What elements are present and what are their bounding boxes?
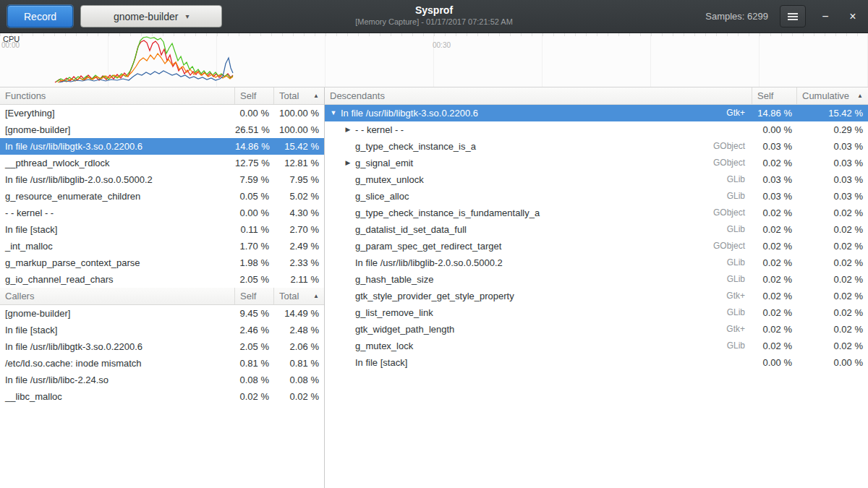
tree-row[interactable]: g_mutex_lockGLib0.02 %0.02 % (325, 338, 868, 354)
expander-closed-icon[interactable]: ▶ (342, 121, 354, 138)
tree-row[interactable]: g_mutex_unlockGLib0.03 %0.03 % (325, 171, 868, 188)
table-row[interactable]: In file [stack]0.11 %2.70 % (0, 221, 324, 238)
self-cell: 14.86 % (752, 105, 797, 121)
table-row[interactable]: In file /usr/lib/libgtk-3.so.0.2200.614.… (0, 138, 324, 155)
callers-column-header[interactable]: Callers (0, 288, 235, 304)
total-column-header[interactable]: Total ▲ (274, 288, 324, 304)
library-tag: GObject (713, 138, 752, 155)
total-cell: 0.08 % (274, 372, 324, 388)
cumulative-cell: 0.02 % (797, 288, 868, 304)
function-name-cell: In file /usr/lib/libglib-2.0.so.0.5000.2 (354, 254, 727, 271)
self-cell: 0.02 % (752, 271, 797, 288)
descendants-column-header[interactable]: Descendants (325, 87, 752, 104)
self-column-header[interactable]: Self (235, 87, 274, 104)
function-name-cell: In file /usr/lib/libgtk-3.so.0.2200.6 (0, 338, 235, 355)
table-row[interactable]: /etc/ld.so.cache: inode mismatch0.81 %0.… (0, 355, 324, 372)
cpu-red-line (55, 40, 233, 82)
self-cell: 1.98 % (235, 254, 274, 271)
library-tag: GObject (713, 205, 752, 221)
tree-row[interactable]: ▼In file /usr/lib/libgtk-3.so.0.2200.6Gt… (325, 105, 868, 121)
tree-row[interactable]: gtk_widget_path_lengthGtk+0.02 %0.02 % (325, 321, 868, 338)
tree-row[interactable]: ▶g_signal_emitGObject0.02 %0.03 % (325, 155, 868, 171)
table-row[interactable]: g_resource_enumerate_children0.05 %5.02 … (0, 188, 324, 205)
function-name-cell: In file [stack] (0, 322, 235, 338)
self-column-header[interactable]: Self (752, 87, 797, 104)
table-row[interactable]: g_io_channel_read_chars2.05 %2.11 % (0, 271, 324, 288)
header-right-group: Samples: 6299 − × (705, 5, 861, 27)
table-row[interactable]: __pthread_rwlock_rdlock12.75 %12.81 % (0, 155, 324, 171)
self-cell: 0.02 % (752, 205, 797, 221)
total-cell: 0.81 % (274, 355, 324, 372)
table-row[interactable]: In file /usr/lib/libglib-2.0.so.0.5000.2… (0, 171, 324, 188)
self-column-header[interactable]: Self (235, 288, 274, 304)
cumulative-cell: 0.03 % (797, 138, 868, 155)
header-bar: Record gnome-builder ▾ Sysprof [Memory C… (0, 0, 868, 33)
total-cell: 4.30 % (274, 205, 324, 221)
descendants-pane: Descendants Self Cumulative ▲ ▼In file /… (325, 87, 868, 488)
tree-row[interactable]: g_list_remove_linkGLib0.02 %0.02 % (325, 304, 868, 321)
table-row[interactable]: _int_malloc1.70 %2.49 % (0, 238, 324, 254)
table-row[interactable]: In file /usr/lib/libc-2.24.so0.08 %0.08 … (0, 372, 324, 388)
table-row[interactable]: g_markup_parse_context_parse1.98 %2.33 % (0, 254, 324, 271)
self-cell: 0.08 % (235, 372, 274, 388)
function-name-cell: In file /usr/lib/libc-2.24.so (0, 372, 235, 388)
sort-indicator-icon: ▲ (310, 93, 319, 99)
tree-row[interactable]: g_type_check_instance_is_fundamentally_a… (325, 205, 868, 221)
table-row[interactable]: In file /usr/lib/libgtk-3.so.0.2200.62.0… (0, 338, 324, 355)
close-button[interactable]: × (845, 5, 861, 27)
function-name-cell: - - kernel - - (0, 205, 235, 221)
target-process-dropdown[interactable]: gnome-builder ▾ (80, 5, 222, 27)
tree-row[interactable]: g_datalist_id_set_data_fullGLib0.02 %0.0… (325, 221, 868, 238)
table-row[interactable]: [gnome-builder]26.51 %100.00 % (0, 121, 324, 138)
self-cell: 2.05 % (235, 271, 274, 288)
self-cell: 14.86 % (235, 138, 274, 155)
expander-closed-icon[interactable]: ▶ (342, 155, 354, 171)
tree-row[interactable]: In file [stack]0.00 %0.00 % (325, 354, 868, 371)
self-cell: 2.05 % (235, 338, 274, 355)
expander-open-icon[interactable]: ▼ (328, 105, 339, 121)
tree-row[interactable]: g_type_check_instance_is_aGObject0.03 %0… (325, 138, 868, 155)
self-cell: 0.03 % (752, 171, 797, 188)
sysprof-window: Record gnome-builder ▾ Sysprof [Memory C… (0, 0, 868, 488)
tree-row[interactable]: ▶- - kernel - -0.00 %0.29 % (325, 121, 868, 138)
table-row[interactable]: [Everything]0.00 %100.00 % (0, 105, 324, 121)
self-cell: 26.51 % (235, 121, 274, 138)
function-name-cell: __libc_malloc (0, 388, 235, 405)
tree-row[interactable]: g_param_spec_get_redirect_targetGObject0… (325, 238, 868, 254)
tree-row[interactable]: In file /usr/lib/libglib-2.0.so.0.5000.2… (325, 254, 868, 271)
self-cell: 1.70 % (235, 238, 274, 254)
total-column-header[interactable]: Total ▲ (274, 87, 324, 104)
function-name-cell: g_type_check_instance_is_fundamentally_a (354, 205, 713, 221)
table-row[interactable]: __libc_malloc0.02 %0.02 % (0, 388, 324, 405)
table-row[interactable]: - - kernel - -0.00 %4.30 % (0, 205, 324, 221)
table-row[interactable]: In file [stack]2.46 %2.48 % (0, 322, 324, 338)
cumulative-cell: 0.29 % (797, 121, 868, 138)
cumulative-column-header[interactable]: Cumulative ▲ (797, 87, 868, 104)
self-cell: 0.00 % (235, 205, 274, 221)
self-cell: 0.00 % (235, 105, 274, 121)
table-row[interactable]: [gnome-builder]9.45 %14.49 % (0, 305, 324, 322)
functions-column-header[interactable]: Functions (0, 87, 235, 104)
functions-table-body: [Everything]0.00 %100.00 %[gnome-builder… (0, 105, 324, 288)
function-name-cell: g_markup_parse_context_parse (0, 254, 235, 271)
function-name-cell: _int_malloc (0, 238, 235, 254)
function-name-cell: In file /usr/lib/libgtk-3.so.0.2200.6 (0, 138, 235, 155)
record-button[interactable]: Record (7, 5, 73, 27)
total-cell: 5.02 % (274, 188, 324, 205)
cumulative-cell: 0.02 % (797, 304, 868, 321)
function-name-cell: g_mutex_lock (354, 338, 727, 354)
library-tag: Gtk+ (726, 105, 752, 121)
function-name-cell: g_io_channel_read_chars (0, 271, 235, 288)
cumulative-cell: 0.02 % (797, 321, 868, 338)
total-cell: 2.49 % (274, 238, 324, 254)
tree-row[interactable]: g_hash_table_sizeGLib0.02 %0.02 % (325, 271, 868, 288)
tree-row[interactable]: g_slice_allocGLib0.03 %0.03 % (325, 188, 868, 205)
total-cell: 15.42 % (274, 138, 324, 155)
cumulative-cell: 0.02 % (797, 221, 868, 238)
total-cell: 2.11 % (274, 271, 324, 288)
self-cell: 0.02 % (752, 321, 797, 338)
cumulative-cell: 0.03 % (797, 155, 868, 171)
menu-button[interactable] (780, 5, 806, 27)
minimize-button[interactable]: − (817, 5, 833, 27)
tree-row[interactable]: gtk_style_provider_get_style_propertyGtk… (325, 288, 868, 304)
